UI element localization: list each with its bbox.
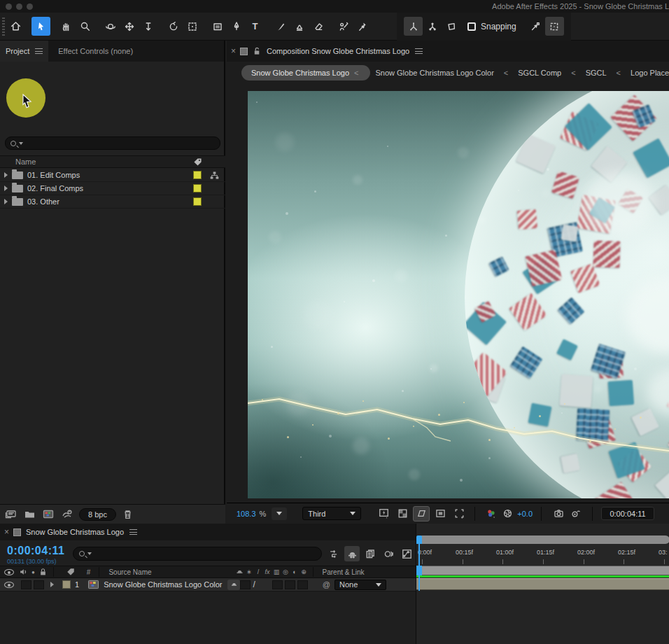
pan-camera-tool[interactable] [120, 17, 139, 36]
snap-along-edges-button[interactable] [526, 17, 545, 36]
collapse-toggle-cell[interactable] [240, 580, 251, 589]
layer-duration-bar[interactable] [416, 578, 669, 590]
minimize-window-button[interactable] [16, 4, 22, 10]
audio-column-icon[interactable] [18, 567, 29, 577]
trash-icon[interactable] [122, 509, 133, 520]
layer-name[interactable]: Snow Globe Christmas Logo Color [104, 580, 222, 589]
pan-behind-tool[interactable] [183, 17, 202, 36]
preview-timecode[interactable]: 0:00:04:11 [601, 507, 654, 520]
dolly-camera-tool[interactable] [139, 17, 157, 36]
shy-layers-button[interactable] [344, 546, 360, 561]
show-channel-button[interactable] [482, 506, 499, 522]
eraser-tool[interactable] [309, 17, 328, 36]
layer-shy-toggle[interactable] [227, 580, 240, 590]
current-time-indicator-marker[interactable] [416, 566, 422, 575]
collapse-switch-icon[interactable]: ∗ [245, 568, 254, 575]
tab-project[interactable]: Project [0, 41, 48, 62]
selection-tool[interactable] [31, 17, 50, 36]
project-row-final-comps[interactable]: 02. Final Comps [0, 182, 225, 195]
parent-dropdown[interactable]: None [334, 580, 386, 590]
toolbar-grip[interactable] [2, 18, 5, 36]
current-time-display[interactable]: 0:00:04:11 00131 (30.00 fps) [7, 545, 64, 565]
rectangle-tool[interactable] [208, 17, 227, 36]
window-controls[interactable] [6, 3, 37, 11]
frame-blend-cell[interactable] [272, 580, 283, 589]
zoom-window-button[interactable] [27, 4, 33, 10]
time-navigator-bar[interactable] [418, 536, 669, 544]
local-axis-mode-button[interactable] [404, 17, 423, 36]
motion-blur-cell[interactable] [285, 580, 295, 589]
mini-flowchart-button[interactable] [326, 546, 341, 561]
layer-row-1[interactable]: 1 Snow Globe Christmas Logo Color / @ No… [0, 578, 416, 592]
transparency-grid-button[interactable] [394, 506, 411, 522]
label-column-icon[interactable] [66, 567, 76, 577]
expand-chevron-icon[interactable] [4, 172, 8, 178]
home-tool[interactable] [6, 17, 25, 36]
show-snapshot-button[interactable] [567, 506, 584, 522]
three-d-cell[interactable] [297, 580, 308, 589]
number-column-header[interactable]: # [87, 568, 91, 576]
breadcrumb-item[interactable]: Snow Globe Christmas Logo Color [375, 69, 493, 77]
puppet-pin-tool[interactable] [353, 17, 372, 36]
grid-and-guides-button[interactable] [451, 506, 467, 522]
audio-toggle-cell[interactable] [21, 580, 31, 589]
panel-menu-icon[interactable] [35, 48, 43, 54]
solo-column-icon[interactable]: ● [31, 569, 35, 575]
time-ruler[interactable]: 0:00f 00:15f 01:00f 01:15f 02:00f 02:15f… [416, 544, 669, 566]
timeline-tab-label[interactable]: Snow Globe Christmas Logo [26, 528, 124, 536]
motion-blur-switch-icon[interactable]: ◎ [281, 568, 290, 575]
adjustment-layer-switch-icon[interactable]: ◐ [290, 568, 300, 575]
fast-previews-button[interactable] [375, 506, 392, 522]
orbit-camera-tool[interactable] [101, 17, 120, 36]
snap-inside-collapsed-comps-button[interactable] [545, 17, 564, 36]
exposure-value[interactable]: +0.0 [517, 510, 533, 518]
quality-switch-icon[interactable]: / [254, 568, 263, 575]
name-column-header[interactable]: Name [15, 158, 36, 166]
expand-chevron-icon[interactable] [4, 199, 8, 204]
panel-menu-icon[interactable] [415, 48, 423, 54]
breadcrumb-current[interactable]: Snow Globe Christmas Logo < [241, 65, 370, 80]
label-color-chip[interactable] [193, 171, 202, 179]
exposure-icon[interactable] [499, 506, 516, 522]
unlock-icon[interactable] [253, 46, 262, 56]
shy-switch-icon[interactable] [234, 567, 245, 577]
magnification-value[interactable]: 108.3 [237, 510, 256, 518]
parent-link-column-header[interactable]: Parent & Link [323, 568, 365, 576]
snapping-checkbox[interactable] [467, 22, 476, 31]
hand-tool[interactable] [57, 17, 76, 36]
parent-pickwhip-icon[interactable]: @ [323, 580, 330, 589]
bit-depth-button[interactable]: 8 bpc [79, 508, 116, 521]
tab-effect-controls[interactable]: Effect Controls (none) [58, 47, 133, 55]
current-time-indicator-head[interactable] [416, 536, 422, 544]
flowchart-icon[interactable] [209, 170, 220, 181]
project-search-input[interactable] [5, 136, 220, 150]
timecode-value[interactable]: 0:00:04:11 [7, 545, 64, 557]
close-panel-icon[interactable]: × [4, 527, 9, 537]
video-column-icon[interactable] [4, 569, 14, 575]
layer-label-chip[interactable] [62, 580, 71, 589]
new-folder-icon[interactable] [24, 509, 36, 519]
resolution-dropdown[interactable]: Third [302, 507, 361, 520]
timeline-search-input[interactable] [73, 547, 322, 561]
work-area-bar[interactable] [416, 566, 669, 575]
composition-tab-label[interactable]: Composition Snow Globe Christmas Logo [267, 47, 409, 55]
frame-blending-button[interactable] [362, 546, 378, 561]
magnification-dropdown[interactable] [272, 507, 287, 520]
clone-stamp-tool[interactable] [290, 17, 309, 36]
type-tool[interactable]: T [246, 17, 265, 36]
take-snapshot-button[interactable] [550, 506, 567, 522]
breadcrumb-item[interactable]: SGCL [586, 69, 607, 77]
close-panel-icon[interactable]: × [231, 46, 236, 56]
zoom-tool[interactable] [76, 17, 94, 36]
motion-blur-button[interactable] [381, 546, 396, 561]
roto-brush-tool[interactable] [334, 17, 353, 36]
fx-switch-icon[interactable]: fx [263, 568, 272, 575]
project-row-edit-comps[interactable]: 01. Edit Comps [0, 169, 225, 182]
label-column-icon[interactable] [192, 157, 203, 167]
project-settings-icon[interactable] [61, 509, 73, 520]
lock-column-icon[interactable] [38, 567, 48, 577]
world-axis-mode-button[interactable] [423, 17, 442, 36]
view-axis-mode-button[interactable] [442, 17, 460, 36]
interpret-footage-icon[interactable] [5, 509, 17, 520]
breadcrumb-item[interactable]: SGCL Comp [518, 69, 561, 77]
